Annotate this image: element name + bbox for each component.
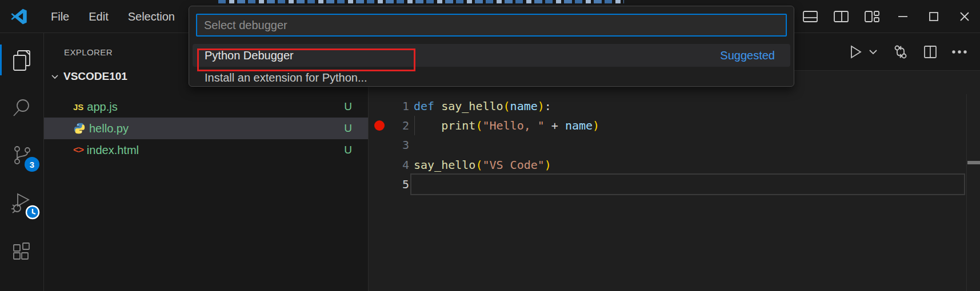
activity-item-extensions[interactable] <box>0 238 43 265</box>
layout-icon <box>864 10 880 23</box>
sidebar-title: EXPLORER <box>64 47 113 57</box>
file-row-index.html[interactable]: <>index.htmlU <box>44 139 368 161</box>
panel-right-icon <box>833 10 849 23</box>
editor-toolbar <box>834 33 967 71</box>
breakpoint-gutter[interactable] <box>369 96 389 116</box>
minimize-icon <box>897 10 909 23</box>
line-number: 5 <box>389 177 409 191</box>
clipped-command-center-text <box>218 0 624 3</box>
token: + <box>545 119 565 132</box>
run-icon <box>847 45 862 59</box>
code-line-2[interactable]: 2 print("Hello, " + name) <box>369 116 980 135</box>
line-number: 2 <box>389 119 409 132</box>
token: ) <box>593 119 599 132</box>
menu-item-edit[interactable]: Edit <box>79 0 118 33</box>
split-editor-button[interactable] <box>923 45 938 59</box>
token: "Hello, " <box>482 119 544 132</box>
chevron-down-icon <box>868 47 878 57</box>
token: ) <box>545 158 551 172</box>
token: say_hello <box>441 99 503 113</box>
more-actions-button[interactable] <box>951 49 967 55</box>
file-row-app.js[interactable]: JSapp.jsU <box>44 96 368 118</box>
token <box>414 119 441 132</box>
token: "VS Code" <box>482 158 544 172</box>
close-button[interactable] <box>949 0 980 33</box>
code-text: say_hello("VS Code") <box>414 158 551 172</box>
token: name <box>565 119 593 132</box>
open-changes-button[interactable] <box>892 43 909 60</box>
activity-item-source-control[interactable]: 3 <box>0 142 43 169</box>
explorer-icon <box>11 49 33 72</box>
title-controls <box>795 0 980 33</box>
git-untracked-badge: U <box>344 122 352 135</box>
quick-pick-item-label: Install an extension for Python... <box>205 71 367 84</box>
line-number: 4 <box>389 158 409 172</box>
extensions-icon <box>11 241 33 262</box>
suggested-badge: Suggested <box>720 49 775 62</box>
run-dropdown-button[interactable] <box>868 47 878 57</box>
breakpoint-icon[interactable] <box>374 120 385 131</box>
html-file-icon: <> <box>73 144 83 156</box>
js-file-icon: JS <box>73 102 83 112</box>
chevron-down-icon <box>50 72 59 81</box>
badge-count: 3 <box>25 157 39 172</box>
overview-ruler-cursor-marker[interactable] <box>967 161 980 164</box>
token: ( <box>475 158 482 172</box>
activity-item-run-and-debug[interactable] <box>0 189 43 217</box>
git-untracked-badge: U <box>344 144 352 156</box>
activity-item-explorer[interactable] <box>0 47 43 74</box>
menu-item-file[interactable]: File <box>41 0 79 33</box>
editor[interactable]: 1def say_hello(name):2 print("Hello, " +… <box>369 71 980 291</box>
menu-bar: FileEditSelection <box>41 0 185 33</box>
code-line-3[interactable]: 3 <box>369 135 980 155</box>
maximize-icon <box>927 10 940 23</box>
code-text: def say_hello(name): <box>414 99 551 113</box>
line-number: 3 <box>389 138 409 152</box>
line-number: 1 <box>389 99 409 113</box>
code-line-1[interactable]: 1def say_hello(name): <box>369 96 980 116</box>
breakpoint-gutter[interactable] <box>369 175 389 194</box>
token: ( <box>503 99 510 113</box>
git-untracked-badge: U <box>344 100 352 113</box>
breakpoint-gutter[interactable] <box>369 135 389 155</box>
open-changes-icon <box>892 43 909 60</box>
python-file-icon <box>73 122 86 135</box>
token: print <box>441 119 475 132</box>
token: ( <box>475 119 482 132</box>
token: def <box>414 99 441 113</box>
search-icon <box>11 98 32 118</box>
file-name: hello.py <box>89 122 129 135</box>
red-annotation-box <box>197 48 415 71</box>
quick-pick-input[interactable] <box>196 14 787 37</box>
split-editor-icon <box>923 45 938 59</box>
maximize-button[interactable] <box>918 0 949 33</box>
token: : <box>545 99 551 113</box>
minimize-button[interactable] <box>887 0 918 33</box>
vscode-logo-icon <box>10 8 27 25</box>
code-text: print("Hello, " + name) <box>414 119 599 132</box>
close-icon <box>958 10 971 23</box>
file-name: app.js <box>87 100 117 114</box>
code-area[interactable]: 1def say_hello(name):2 print("Hello, " +… <box>369 71 980 291</box>
code-line-5[interactable]: 5 <box>369 175 980 194</box>
breakpoint-gutter[interactable] <box>369 116 389 135</box>
token: say_hello <box>414 158 475 172</box>
run-or-debug-button[interactable] <box>847 45 862 59</box>
toggle-panel-button[interactable] <box>795 0 826 33</box>
folder-name: VSCODE101 <box>63 70 127 83</box>
file-row-hello.py[interactable]: hello.pyU <box>44 118 368 139</box>
menu-item-selection[interactable]: Selection <box>118 0 185 33</box>
code-line-4[interactable]: 4say_hello("VS Code") <box>369 155 980 175</box>
customize-layout-button[interactable] <box>857 0 887 33</box>
activity-item-search[interactable] <box>0 94 43 122</box>
toggle-secondary-sidebar-button[interactable] <box>826 0 857 33</box>
token: name <box>510 99 538 113</box>
breakpoint-gutter[interactable] <box>369 155 389 175</box>
token: ) <box>538 99 545 113</box>
ellipsis-icon <box>951 49 967 55</box>
panel-bottom-icon <box>802 10 818 23</box>
file-name: index.html <box>87 144 139 157</box>
overview-ruler-border <box>966 94 967 291</box>
debugger-quick-pick: Python DebuggerSuggestedInstall an exten… <box>189 6 794 87</box>
clock-icon <box>25 204 41 220</box>
